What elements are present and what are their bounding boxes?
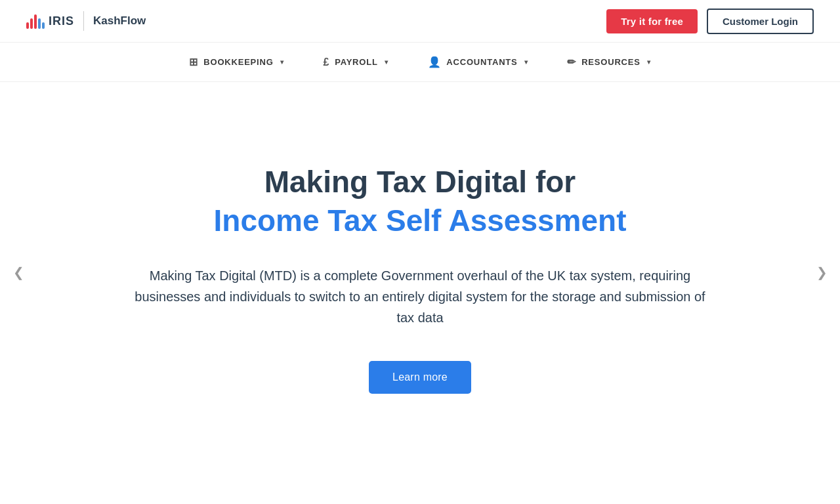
iris-bar-3 (34, 14, 37, 29)
carousel-prev-button[interactable]: ❮ (7, 261, 30, 284)
main-nav: ⊞ BOOKKEEPING ▾ £ PAYROLL ▾ 👤 ACCOUNTANT… (0, 43, 840, 82)
top-bar: IRIS KashFlow Try it for free Customer L… (0, 0, 840, 43)
chevron-right-icon: ❯ (816, 264, 828, 280)
nav-payroll[interactable]: £ PAYROLL ▾ (323, 56, 388, 68)
nav-accountants[interactable]: 👤 ACCOUNTANTS ▾ (428, 56, 528, 68)
carousel-next-button[interactable]: ❯ (810, 261, 833, 284)
iris-logo: IRIS (26, 13, 74, 29)
hero-heading-line2: Income Tax Self Assessment (214, 203, 627, 239)
nav-bookkeeping[interactable]: ⊞ BOOKKEEPING ▾ (189, 56, 284, 68)
learn-more-button[interactable]: Learn more (369, 361, 471, 394)
try-free-button[interactable]: Try it for free (606, 9, 698, 33)
nav-accountants-label: ACCOUNTANTS (446, 57, 517, 67)
customer-login-button[interactable]: Customer Login (707, 9, 814, 34)
bookkeeping-icon: ⊞ (189, 56, 198, 68)
chevron-down-icon: ▾ (524, 58, 528, 66)
iris-bar-2 (30, 18, 33, 29)
hero-description: Making Tax Digital (MTD) is a complete G… (125, 265, 715, 328)
chevron-down-icon: ▾ (647, 58, 651, 66)
hero-heading-line1: Making Tax Digital for (264, 164, 576, 200)
nav-resources[interactable]: ✏ RESOURCES ▾ (567, 56, 650, 68)
kashflow-label: KashFlow (93, 14, 146, 28)
top-bar-actions: Try it for free Customer Login (606, 9, 814, 34)
iris-bar-4 (38, 18, 41, 29)
nav-payroll-label: PAYROLL (335, 57, 378, 67)
chevron-down-icon: ▾ (385, 58, 388, 66)
resources-icon: ✏ (567, 56, 576, 68)
payroll-icon: £ (323, 56, 329, 68)
logo-area: IRIS KashFlow (26, 11, 146, 31)
nav-resources-label: RESOURCES (581, 57, 640, 67)
nav-bookkeeping-label: BOOKKEEPING (203, 57, 273, 67)
iris-bar-1 (26, 22, 29, 29)
chevron-down-icon: ▾ (280, 58, 284, 66)
iris-label: IRIS (49, 14, 74, 28)
iris-bars-icon (26, 13, 45, 29)
hero-section: ❮ Making Tax Digital for Income Tax Self… (0, 82, 840, 463)
accountants-icon: 👤 (428, 56, 442, 68)
logo-divider (83, 11, 84, 31)
iris-bar-5 (42, 22, 45, 29)
chevron-left-icon: ❮ (13, 264, 24, 280)
